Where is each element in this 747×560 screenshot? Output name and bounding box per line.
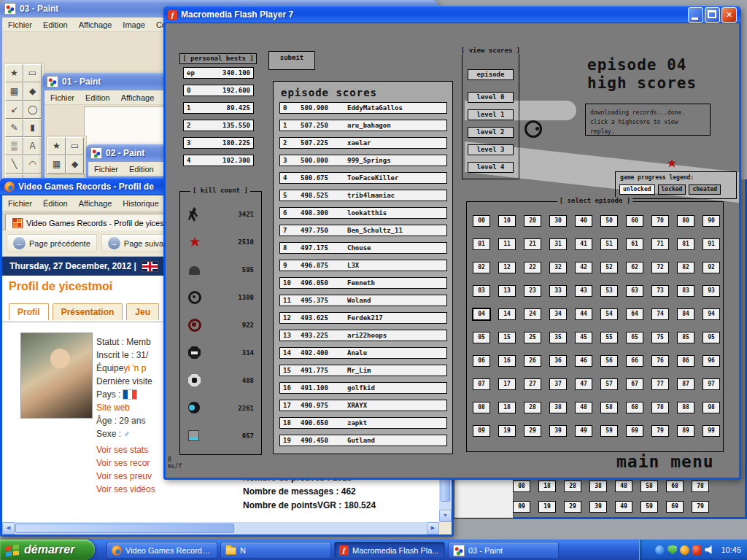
episode-cell-11[interactable]: 11	[498, 238, 516, 250]
menu-affichage[interactable]: Affichage	[121, 93, 155, 102]
tray-update-icon[interactable]	[692, 545, 702, 555]
episode-cell-86[interactable]: 86	[677, 355, 694, 367]
close-button[interactable]: ✕	[721, 7, 737, 23]
maximize-button[interactable]	[705, 7, 720, 23]
menu-image[interactable]: Image	[123, 20, 145, 29]
episode-cell-18[interactable]: 18	[498, 402, 516, 413]
episode-cell-81[interactable]: 81	[677, 238, 694, 250]
episode-cell-37[interactable]: 37	[549, 378, 567, 390]
horizontal-scrollbar[interactable]: ◀ ▶	[2, 522, 439, 534]
episode-cell-97[interactable]: 97	[703, 378, 720, 390]
episode-cell-26[interactable]: 26	[524, 355, 541, 367]
episode-cell-16[interactable]: 16	[498, 355, 516, 367]
episode-cell-63[interactable]: 63	[626, 285, 643, 297]
episode-cell-34[interactable]: 34	[549, 308, 567, 320]
highscore-row[interactable]: 16491.100golfkid	[279, 382, 447, 394]
episode-cell-75[interactable]: 75	[651, 332, 669, 343]
episode-cell-85[interactable]: 85	[677, 332, 694, 343]
pencil-tool-icon[interactable]: ✎	[5, 119, 23, 137]
start-button[interactable]: démarrer	[0, 540, 95, 560]
episode-cell-77[interactable]: 77	[651, 378, 669, 390]
rect-select-tool-icon[interactable]: ▭	[66, 137, 84, 155]
episode-cell-55[interactable]: 55	[600, 332, 618, 343]
menu-edition[interactable]: Edition	[129, 165, 154, 174]
episode-cell-51[interactable]: 51	[600, 238, 618, 250]
menu-fichier[interactable]: Fichier	[50, 93, 74, 102]
profile-tab-jeu[interactable]: Jeu	[126, 303, 159, 320]
episode-cell-59[interactable]: 59	[600, 425, 618, 437]
episode-cell-12[interactable]: 12	[498, 262, 516, 273]
highscore-row[interactable]: 10496.050Fenneth	[279, 277, 447, 289]
submit-tab[interactable]: submit	[268, 51, 315, 70]
text-tool-icon[interactable]: A	[23, 137, 42, 155]
episode-cell-74[interactable]: 74	[651, 308, 669, 320]
episode-cell-07[interactable]: 07	[473, 378, 490, 390]
taskbar-task-macromedia-flash-pla[interactable]: fMacromedia Flash Pla...	[334, 542, 445, 559]
episode-cell-68[interactable]: 68	[626, 402, 643, 413]
episode-cell-46[interactable]: 46	[575, 355, 592, 367]
episode-cell-47[interactable]: 47	[575, 378, 592, 390]
episode-cell-95[interactable]: 95	[703, 332, 720, 343]
profile-tab-profil[interactable]: Profil	[9, 303, 49, 320]
episode-cell-88[interactable]: 88	[677, 402, 694, 413]
highscore-row[interactable]: 8497.175Chouse	[279, 242, 447, 254]
tray-messenger-icon[interactable]	[655, 545, 665, 555]
episode-cell-05[interactable]: 05	[473, 332, 490, 343]
profile-link-voir-ses-videos[interactable]: Voir ses vidéos	[96, 483, 155, 496]
line-tool-icon[interactable]: ╲	[5, 155, 23, 174]
episode-cell-50[interactable]: 50	[600, 215, 618, 227]
menu-affichage[interactable]: Affichage	[79, 20, 112, 29]
episode-cell-38[interactable]: 38	[549, 402, 567, 413]
eraser-tool-icon[interactable]: ▦	[47, 155, 66, 174]
episode-cell-70[interactable]: 70	[651, 215, 669, 227]
view-level-1-button[interactable]: level 1	[468, 109, 514, 120]
menu-affichage[interactable]: Affichage	[79, 199, 112, 208]
tray-alert-icon[interactable]	[680, 545, 689, 555]
episode-cell-00[interactable]: 00	[473, 215, 490, 227]
episode-cell-22[interactable]: 22	[524, 262, 541, 273]
fill-tool-icon[interactable]: ◆	[66, 155, 84, 174]
episode-cell-01[interactable]: 01	[473, 238, 490, 250]
episode-cell-39[interactable]: 39	[549, 425, 567, 437]
episode-cell-65[interactable]: 65	[626, 332, 643, 343]
episode-cell-57[interactable]: 57	[600, 378, 618, 390]
profile-link[interactable]: Site web	[96, 402, 130, 413]
episode-cell-96[interactable]: 96	[703, 355, 720, 367]
highscore-row[interactable]: 0509.900EddyMataGallos	[279, 102, 447, 114]
highscore-row[interactable]: 11495.375Woland	[279, 295, 447, 306]
episode-cell-66[interactable]: 66	[626, 355, 643, 367]
episode-cell-83[interactable]: 83	[677, 285, 694, 297]
episode-cell-19[interactable]: 19	[498, 425, 516, 437]
highscore-row[interactable]: 6498.300lookatthis	[279, 207, 447, 219]
color-picker-tool-icon[interactable]: ↙	[5, 101, 23, 119]
episode-cell-33[interactable]: 33	[549, 285, 567, 297]
scroll-right-button[interactable]: ▶	[427, 522, 439, 534]
profile-link-voir-ses-stats[interactable]: Voir ses stats	[96, 443, 155, 456]
highscore-row[interactable]: 19490.450Gutland	[279, 435, 447, 446]
episode-cell-64[interactable]: 64	[626, 308, 643, 320]
episode-cell-24[interactable]: 24	[524, 308, 541, 320]
rect-select-tool-icon[interactable]: ▭	[23, 64, 42, 82]
menu-fichier[interactable]: Fichier	[8, 20, 32, 29]
profile-tab-presentation[interactable]: Présentation	[53, 303, 123, 320]
episode-cell-15[interactable]: 15	[498, 332, 516, 343]
episode-cell-56[interactable]: 56	[600, 355, 618, 367]
horizontal-scroll-thumb[interactable]	[15, 524, 234, 533]
fill-tool-icon[interactable]: ◆	[23, 82, 42, 101]
episode-cell-92[interactable]: 92	[703, 262, 720, 273]
view-level-2-button[interactable]: level 2	[468, 127, 514, 138]
browser-tab[interactable]: Video Games Records - Profil de yicestmo…	[5, 214, 187, 231]
episode-cell-61[interactable]: 61	[626, 238, 643, 250]
episode-cell-43[interactable]: 43	[575, 285, 592, 297]
brush-tool-icon[interactable]: ▮	[23, 119, 42, 137]
menu-edition[interactable]: Edition	[43, 20, 68, 29]
episode-cell-20[interactable]: 20	[524, 215, 541, 227]
highscore-row[interactable]: 17490.975XRAYX	[279, 400, 447, 411]
episode-cell-44[interactable]: 44	[575, 308, 592, 320]
episode-cell-40[interactable]: 40	[575, 215, 592, 227]
episode-cell-42[interactable]: 42	[575, 262, 592, 273]
scroll-left-button[interactable]: ◀	[2, 522, 15, 534]
titlebar[interactable]: f Macromedia Flash Player 7 ✕	[163, 6, 741, 23]
highscore-row[interactable]: 13493.225ari22hoops	[279, 330, 447, 341]
menu-edition[interactable]: Édition	[43, 199, 68, 208]
